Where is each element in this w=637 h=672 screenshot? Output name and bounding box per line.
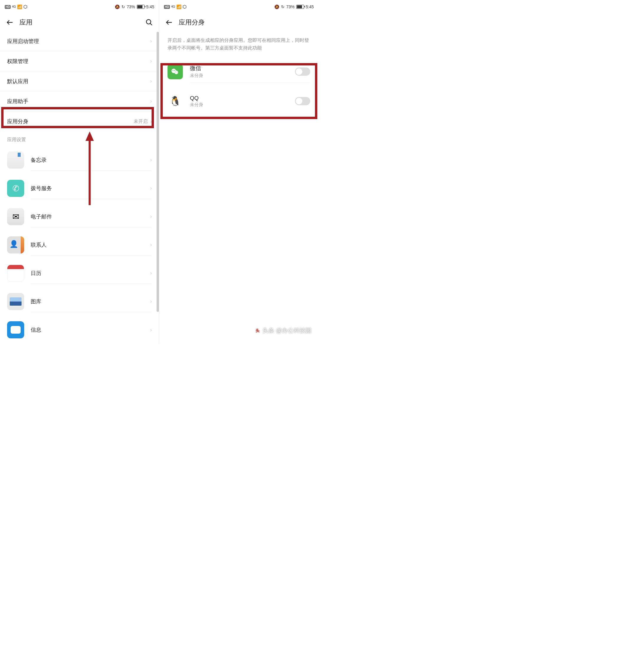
memo-icon (7, 151, 24, 169)
section-header: 应用设置 (0, 131, 159, 146)
svg-marker-4 (183, 5, 186, 8)
signal-indicator: 4G (12, 5, 16, 8)
chevron-right-icon: › (150, 78, 152, 84)
chevron-right-icon: › (150, 98, 152, 104)
app-item-contacts[interactable]: 联系人 › (0, 231, 159, 259)
mute-icon: 🔕 (274, 4, 279, 9)
gallery-icon (7, 293, 24, 310)
chevron-right-icon: › (150, 118, 152, 125)
svg-point-6 (175, 71, 178, 74)
phone-screen-apps: HD 4G 📶 🔕 ↻ 73% 5:45 应用 应用启动管理 › 权限管理 › … (0, 0, 159, 344)
status-bar: HD 4G 📶 🔕 ↻ 73% 5:45 (0, 0, 159, 14)
calendar-icon (7, 265, 24, 282)
app-name: 备忘录 (31, 156, 150, 164)
description: 开启后，桌面将生成相应的分身应用。您即可在相同应用上，同时登录两个不同帐号。第三… (159, 31, 318, 57)
app-item-dialer[interactable]: ✆ 拨号服务 › (0, 174, 159, 203)
svg-marker-0 (24, 5, 27, 8)
watermark: 头 头条 @办公科技园 (254, 326, 311, 335)
signal-bars-icon: 📶 (176, 4, 181, 9)
svg-point-10 (177, 72, 177, 72)
app-status: 未分身 (190, 73, 295, 78)
status-bar: HD 4G 📶 🔕 ↻ 73% 5:45 (159, 0, 318, 14)
signal-indicator: 4G (171, 5, 175, 8)
watermark-text: 头条 @办公科技园 (262, 326, 311, 335)
app-name: 电子邮件 (31, 213, 150, 220)
app-name: 联系人 (31, 241, 150, 248)
qq-icon: 🐧 (167, 93, 183, 109)
data-icon: ↻ (122, 4, 125, 9)
hd-icon: HD (5, 5, 11, 9)
item-app-launch[interactable]: 应用启动管理 › (0, 31, 159, 51)
item-value: 未开启 (133, 118, 148, 125)
item-label: 默认应用 (7, 78, 150, 85)
settings-list: 应用启动管理 › 权限管理 › 默认应用 › 应用助手 › 应用分身 未开启 › (0, 31, 159, 131)
item-app-assistant[interactable]: 应用助手 › (0, 91, 159, 111)
svg-point-8 (174, 70, 175, 71)
app-name: 拨号服务 (31, 185, 150, 192)
app-settings-list: 备忘录 › ✆ 拨号服务 › ✉ 电子邮件 › 联系人 › (0, 146, 159, 344)
mute-icon: 🔕 (115, 4, 120, 9)
chevron-right-icon: › (150, 327, 152, 333)
page-title: 应用分身 (179, 18, 313, 27)
twin-item-qq: 🐧 QQ 未分身 (159, 86, 318, 116)
chevron-right-icon: › (150, 298, 152, 304)
svg-point-9 (175, 72, 176, 72)
app-name: QQ (190, 95, 295, 101)
svg-point-7 (172, 70, 174, 71)
chevron-right-icon: › (150, 270, 152, 276)
app-name: 日历 (31, 270, 150, 277)
app-item-calendar[interactable]: 日历 › (0, 259, 159, 287)
app-name: 信息 (31, 326, 150, 333)
chevron-right-icon: › (150, 38, 152, 44)
item-label: 权限管理 (7, 58, 150, 65)
battery-pct: 73% (286, 4, 295, 9)
search-button[interactable] (145, 19, 153, 26)
hd-icon: HD (164, 5, 170, 9)
header: 应用分身 (159, 14, 318, 31)
header: 应用 (0, 14, 159, 31)
data-icon: ↻ (281, 4, 285, 9)
clock: 5:45 (146, 4, 154, 9)
hex-icon (183, 5, 187, 9)
app-item-memo[interactable]: 备忘录 › (0, 146, 159, 174)
chevron-right-icon: › (150, 157, 152, 163)
page-title: 应用 (19, 18, 140, 27)
twin-item-wechat: 微信 未分身 (159, 57, 318, 86)
scrollbar[interactable] (157, 32, 159, 312)
chevron-right-icon: › (150, 58, 152, 64)
chevron-right-icon: › (150, 242, 152, 248)
wechat-icon (167, 64, 183, 79)
watermark-badge-icon: 头 (254, 328, 261, 334)
item-permissions[interactable]: 权限管理 › (0, 51, 159, 71)
chevron-right-icon: › (150, 213, 152, 220)
battery-icon (296, 5, 304, 9)
contacts-icon (7, 236, 24, 254)
battery-icon (137, 5, 145, 9)
toggle-wechat[interactable] (295, 68, 310, 76)
messages-icon (7, 321, 24, 338)
back-button[interactable] (6, 19, 14, 26)
signal-bars-icon: 📶 (17, 4, 22, 9)
mail-icon: ✉ (7, 208, 24, 225)
item-label: 应用助手 (7, 98, 150, 105)
phone-icon: ✆ (7, 180, 24, 197)
chevron-right-icon: › (150, 185, 152, 191)
app-item-gallery[interactable]: 图库 › (0, 287, 159, 316)
app-status: 未分身 (190, 102, 295, 108)
twin-app-list: 微信 未分身 🐧 QQ 未分身 (159, 57, 318, 116)
app-item-email[interactable]: ✉ 电子邮件 › (0, 203, 159, 231)
clock: 5:45 (306, 4, 314, 9)
hex-icon (23, 5, 28, 9)
app-item-messages[interactable]: 信息 › (0, 316, 159, 344)
battery-pct: 73% (127, 4, 135, 9)
phone-screen-app-twin: HD 4G 📶 🔕 ↻ 73% 5:45 应用分身 开启后，桌面将生成相应的分身… (159, 0, 318, 344)
item-label: 应用启动管理 (7, 38, 150, 45)
item-app-twin[interactable]: 应用分身 未开启 › (0, 111, 159, 131)
app-name: 图库 (31, 298, 150, 305)
app-name: 微信 (190, 64, 295, 72)
item-label: 应用分身 (7, 118, 133, 125)
back-button[interactable] (165, 19, 173, 26)
toggle-qq[interactable] (295, 97, 310, 105)
item-default-apps[interactable]: 默认应用 › (0, 71, 159, 91)
